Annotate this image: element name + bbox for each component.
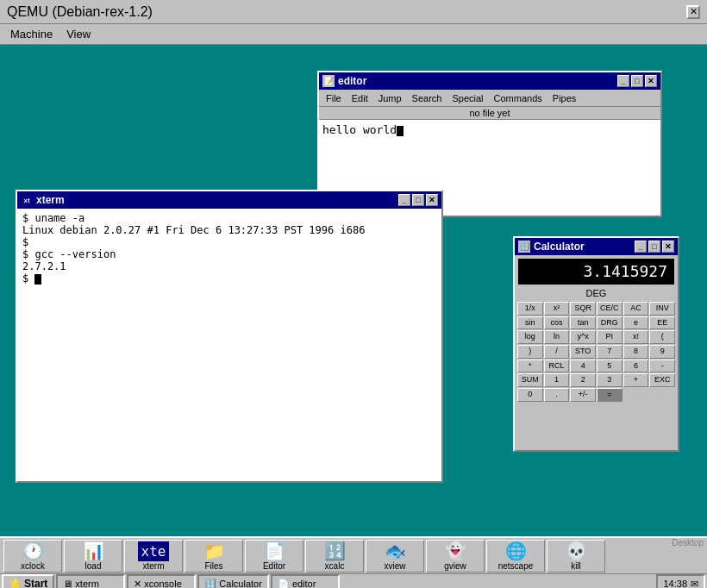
- calc-btn-0[interactable]: 0: [517, 388, 543, 402]
- calc-btn-label: Calculator: [219, 579, 262, 588]
- editor-menu-jump[interactable]: Jump: [373, 92, 407, 104]
- calc-btn-2[interactable]: 2: [570, 373, 596, 387]
- calc-btn-tan[interactable]: tan: [570, 316, 596, 330]
- calc-btn-rcl[interactable]: RCL: [544, 360, 570, 373]
- taskbar-netscape[interactable]: 🌐 netscape: [486, 540, 545, 572]
- calc-btn-x2[interactable]: x²: [544, 302, 570, 316]
- calc-maximize[interactable]: □: [648, 241, 660, 253]
- calc-btn-1[interactable]: 1: [544, 373, 570, 387]
- calc-btn-close[interactable]: ): [517, 345, 543, 359]
- calc-btn-yx[interactable]: y^x: [570, 330, 596, 344]
- editor-close[interactable]: ✕: [645, 75, 657, 87]
- calc-btn-ee[interactable]: EE: [649, 316, 675, 330]
- editor-btn-label: editor: [292, 579, 316, 588]
- xterm-content-area[interactable]: $ uname -a Linux debian 2.0.27 #1 Fri De…: [17, 209, 441, 481]
- calc-btn-sqr[interactable]: SQR: [570, 302, 596, 316]
- calc-btn-sum[interactable]: SUM: [517, 373, 543, 387]
- taskbar-editor[interactable]: 📄 Editor: [245, 540, 303, 572]
- calc-btn-4[interactable]: 4: [570, 360, 596, 373]
- taskbar-load[interactable]: 📊 load: [64, 540, 122, 572]
- calc-btn-6[interactable]: 6: [623, 360, 649, 373]
- calc-btn-sub[interactable]: -: [649, 360, 675, 373]
- calc-minimize[interactable]: _: [635, 241, 647, 253]
- editor-icon: 📄: [264, 541, 285, 561]
- xterm-line-2: Linux debian 2.0.27 #1 Fri Dec 6 13:27:3…: [22, 224, 436, 236]
- taskbar-btn-calculator[interactable]: 🔢 Calculator: [197, 574, 269, 588]
- calc-btn-ce[interactable]: CE/C: [597, 302, 623, 316]
- calc-btn-xfact[interactable]: x!: [623, 330, 649, 344]
- taskbar-btn-editor[interactable]: 📄 editor: [271, 574, 340, 588]
- taskbar-xclock[interactable]: 🕐 xclock: [3, 540, 62, 572]
- calc-close[interactable]: ✕: [662, 241, 674, 253]
- xterm-line-1: $ uname -a: [22, 212, 436, 224]
- editor-menu-special[interactable]: Special: [447, 92, 488, 104]
- xterm-line-6: $: [22, 272, 436, 285]
- netscape-icon: 🌐: [505, 541, 527, 561]
- calc-btn-5[interactable]: 5: [597, 360, 623, 373]
- taskbar-files[interactable]: 📁 Files: [185, 540, 243, 572]
- calc-btn-div[interactable]: /: [544, 345, 570, 359]
- editor-title-text: editor: [338, 75, 366, 87]
- qemu-close-button[interactable]: ✕: [686, 5, 700, 19]
- qemu-menu-bar: Machine View: [0, 24, 707, 45]
- calc-title-text: Calculator: [534, 241, 585, 253]
- calc-btn-ac[interactable]: AC: [623, 302, 649, 316]
- editor-menu-file[interactable]: File: [321, 92, 347, 104]
- taskbar-xview[interactable]: 🐟 xview: [366, 540, 424, 572]
- calc-btn-1x[interactable]: 1/x: [517, 302, 543, 316]
- editor-status: no file yet: [319, 107, 660, 120]
- editor-menu-edit[interactable]: Edit: [347, 92, 373, 104]
- desktop-label: Desktop: [672, 538, 704, 547]
- calc-btn-drg[interactable]: DRG: [597, 316, 623, 330]
- taskbar-btn-xterm[interactable]: 🖥 xterm: [56, 574, 125, 588]
- calc-btn-pi[interactable]: PI: [597, 330, 623, 344]
- calc-btn-7[interactable]: 7: [597, 345, 623, 359]
- xterm-maximize[interactable]: □: [412, 194, 424, 206]
- xconsole-btn-icon: ✕: [134, 579, 141, 589]
- calc-btn-add[interactable]: +: [623, 373, 649, 387]
- calc-btn-log[interactable]: log: [517, 330, 543, 344]
- editor-menu-commands[interactable]: Commands: [489, 92, 547, 104]
- taskbar-xcalc[interactable]: 🔢 xcalc: [305, 540, 364, 572]
- taskbar-kill[interactable]: 💀 kill: [547, 540, 605, 572]
- calc-btn-e[interactable]: e: [623, 316, 649, 330]
- envelope-icon: ✉: [691, 579, 698, 589]
- taskbar-btn-xconsole[interactable]: ✕ xconsole: [127, 574, 196, 588]
- xterm-cursor: [34, 274, 41, 285]
- calc-btn-open[interactable]: (: [649, 330, 675, 344]
- calc-btn-sin[interactable]: sin: [517, 316, 543, 330]
- calc-btn-exc[interactable]: EXC: [649, 373, 675, 387]
- xterm-close[interactable]: ✕: [426, 194, 438, 206]
- editor-menu-search[interactable]: Search: [407, 92, 447, 104]
- calc-btn-cos[interactable]: cos: [544, 316, 570, 330]
- calc-btn-eq[interactable]: =: [597, 388, 623, 402]
- calc-btn-3[interactable]: 3: [597, 373, 623, 387]
- taskbar-xterm[interactable]: xte xterm: [124, 540, 183, 572]
- editor-maximize[interactable]: □: [631, 75, 643, 87]
- calc-btn-mul[interactable]: *: [517, 360, 543, 373]
- start-icon: ⭐: [9, 578, 22, 588]
- menu-machine[interactable]: Machine: [3, 26, 59, 42]
- calc-btn-dot[interactable]: .: [544, 388, 570, 402]
- calc-btn-sto[interactable]: STO: [570, 345, 596, 359]
- xterm-window: xt xterm _ □ ✕ $ uname -a Linux debian 2…: [16, 190, 443, 483]
- calc-btn-8[interactable]: 8: [623, 345, 649, 359]
- start-button[interactable]: ⭐ Start: [2, 574, 54, 588]
- xterm-minimize[interactable]: _: [398, 194, 410, 206]
- taskbar-gview[interactable]: 👻 gview: [426, 540, 485, 572]
- calc-btn-neg[interactable]: +/-: [570, 388, 596, 402]
- editor-menu-pipes[interactable]: Pipes: [547, 92, 582, 104]
- menu-view[interactable]: View: [59, 26, 97, 42]
- calc-btn-icon: 🔢: [204, 579, 216, 589]
- taskbar-bottom: ⭐ Start 🖥 xterm ✕ xconsole 🔢 Calculator …: [0, 574, 707, 588]
- editor-minimize[interactable]: _: [617, 75, 629, 87]
- xterm-window-icon: xt: [21, 194, 33, 206]
- gview-label: gview: [444, 561, 466, 571]
- taskbar-clock: 14:38 ✉: [656, 574, 705, 588]
- xterm-line-3: $: [22, 236, 436, 248]
- calc-btn-inv[interactable]: INV: [649, 302, 675, 316]
- calc-mode: DEG: [515, 288, 678, 298]
- calc-btn-ln[interactable]: ln: [544, 330, 570, 344]
- calc-btn-9[interactable]: 9: [649, 345, 675, 359]
- editor-text: hello world: [322, 123, 397, 136]
